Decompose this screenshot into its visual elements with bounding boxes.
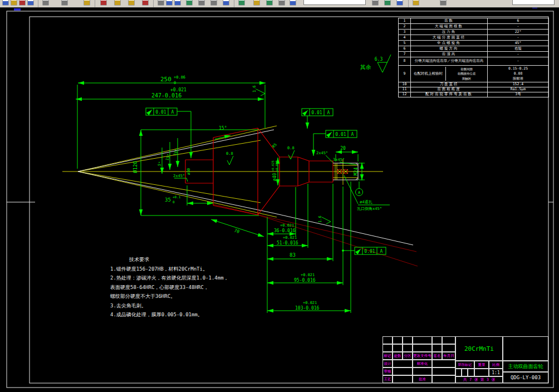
dim-70: 70	[233, 228, 240, 234]
toolbar-icon[interactable]	[142, 0, 149, 6]
roughness-08: 0.8	[287, 146, 295, 150]
toolbar-icon[interactable]	[128, 0, 135, 6]
titleblock-cell	[455, 369, 462, 376]
toolbar-separator	[38, 0, 38, 7]
dim-dia40-tol-lo: +0.008	[275, 160, 278, 171]
toolbar-icon[interactable]	[372, 0, 379, 6]
roughness-check-icon	[256, 89, 265, 96]
toolbar-icon[interactable]	[440, 0, 447, 6]
toolbar-icon[interactable]	[174, 0, 181, 6]
toolbar-icon[interactable]	[413, 0, 419, 6]
toolbar-icon[interactable]	[158, 0, 164, 6]
titleblock-cell	[393, 360, 413, 367]
titleblock-label-stage: 阶段标记	[455, 361, 474, 369]
toolbar-separator	[408, 0, 409, 7]
toolbar-icon[interactable]	[253, 0, 260, 6]
gear-parameter-table: 1齿数6 2大端端面模数- 3压力角22° 4大端分度圆直径- 5中点螺旋角45…	[398, 18, 549, 97]
dim-chamfer-2x45-shaft: 2x45°	[316, 151, 328, 155]
roughness-symbols	[227, 55, 391, 224]
gdt-value: 0.01	[155, 110, 166, 115]
dim-chamfer-3x45: 3x45°	[333, 158, 345, 162]
gdt-datum: A	[171, 110, 174, 115]
top-toolbar	[0, 0, 559, 8]
dim-247-tol: +0.021	[170, 87, 187, 92]
dim-250: 250	[160, 76, 171, 83]
dim-95-tol: +0.021	[301, 273, 315, 277]
titleblock-label-process: 工艺	[383, 375, 393, 383]
titleblock-scale-value: 1:1	[489, 369, 503, 376]
toolbar-icon[interactable]	[223, 0, 229, 6]
roughness-08: 0.8	[226, 151, 233, 156]
titleblock-cell	[432, 336, 442, 344]
dim-103-tol: +0.021	[303, 301, 317, 305]
toolbar-icon[interactable]	[238, 0, 245, 6]
rest-roughness-value: 6.3	[375, 57, 383, 62]
table-row: 3压力角22°	[399, 30, 549, 35]
table-row: 4大端分度圆直径-	[399, 35, 549, 41]
dim-35-tol-up: +0.1	[173, 195, 181, 199]
gdt-datum: A	[327, 110, 330, 115]
datum-a-label: A	[358, 190, 361, 195]
titleblock-label-mark: 标记	[383, 352, 393, 360]
roughness-check-icon	[227, 156, 233, 165]
titleblock-cell	[413, 367, 432, 375]
dim-20: 20	[340, 146, 346, 151]
viewport-mark	[14, 8, 21, 11]
toolbar-icon[interactable]	[396, 0, 403, 6]
toolbar-icon[interactable]	[210, 0, 217, 6]
tech-req-line: 1.锻件硬度156-207HB，材料20CrMnTi。	[110, 264, 229, 274]
toolbar-separator	[153, 0, 154, 7]
toolbar-icon[interactable]	[19, 0, 26, 6]
dim-angle-15: 15°	[219, 126, 227, 131]
titleblock-cell	[503, 336, 548, 361]
titleblock-material: 20CrMnTi	[455, 336, 503, 361]
dim-83: 83	[290, 252, 296, 258]
titleblock-cell	[413, 344, 432, 352]
toolbar-icon[interactable]	[61, 0, 68, 6]
toolbar-icon[interactable]	[114, 0, 121, 6]
titleblock-label-zone: 分区	[403, 352, 413, 360]
table-row: 7齿顶高-	[399, 52, 549, 57]
cross-hole-note-2: 孔口倒角x45°	[357, 207, 382, 211]
toolbar-icon[interactable]	[266, 0, 273, 6]
toolbar-icon[interactable]	[27, 0, 34, 6]
table-row: 8分锥大端法向弦齿厚／分锥大端法向弦齿高-	[399, 57, 549, 66]
toolbar-icon[interactable]	[290, 0, 296, 6]
titleblock-sheet-info: 共 7 张 第 3 张	[455, 376, 503, 383]
titleblock-cell	[383, 336, 393, 344]
table-row: 6螺旋方向右旋	[399, 46, 549, 52]
toolbar-icon[interactable]	[2, 0, 9, 6]
gdt-datum: A	[351, 132, 354, 137]
toolbar-icon[interactable]	[384, 0, 391, 6]
toolbar-icon[interactable]	[198, 0, 205, 6]
toolbar-icon[interactable]	[186, 0, 193, 6]
tech-req-line: 2.热处理：渗碳淬火，有效硬化层深度1.0-1.4mm，	[110, 273, 229, 283]
dim-angle-b: 15°	[165, 153, 171, 161]
toolbar-input[interactable]	[512, 0, 555, 5]
toolbar-icon[interactable]	[166, 0, 173, 6]
gdt-value: 0.01	[364, 249, 375, 254]
toolbar-layer-combo[interactable]	[303, 0, 366, 5]
titleblock-drawing-no: QDG-LY-003	[503, 372, 548, 383]
toolbar-icon[interactable]	[84, 0, 90, 6]
titleblock-cell	[468, 369, 474, 376]
titleblock-cell	[393, 344, 403, 352]
titleblock-cell	[432, 367, 455, 375]
titleblock-label-changefile: 更改文件号	[413, 352, 432, 360]
roughness-16: 1.6	[318, 215, 322, 223]
toolbar-icon[interactable]	[278, 0, 285, 6]
table-row: 12配对齿轮零件号及齿数3号	[399, 92, 549, 97]
table-row: 9 在配对机上检验时 齿侧间隙 齿圈跳动公差 接触区 0.15-0.25 0.0…	[399, 66, 549, 82]
dim-dia120: Ø120	[133, 161, 138, 173]
titleblock-cell	[462, 369, 468, 376]
titleblock-label-design: 设计	[383, 360, 393, 367]
titleblock-label-approve: 批准	[413, 375, 432, 383]
tech-req-line: 3.去尖角毛刺。	[110, 301, 229, 311]
tooth-cone-lines	[78, 130, 413, 245]
titleblock-label-date: 年月日	[442, 352, 455, 360]
gdt-value: 0.01	[311, 110, 322, 115]
table-row: 5中点螺旋角45°	[399, 41, 549, 46]
toolbar-icon[interactable]	[11, 0, 17, 6]
toolbar-icon[interactable]	[100, 0, 107, 6]
toolbar-icon[interactable]	[42, 0, 49, 6]
